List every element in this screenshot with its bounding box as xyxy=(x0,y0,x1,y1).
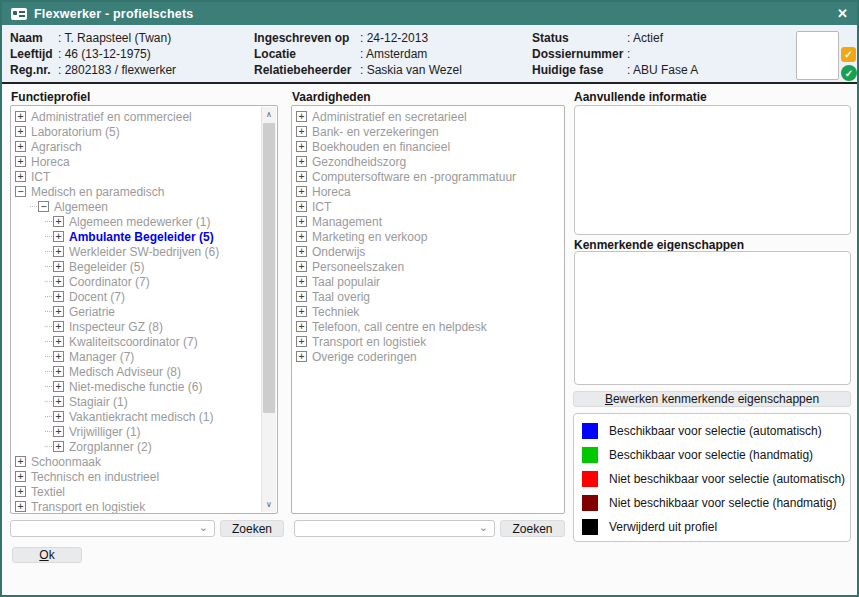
collapse-toggle-icon[interactable]: − xyxy=(15,186,26,197)
tree-item-label[interactable]: Docent (7) xyxy=(69,290,125,304)
tree-item-label[interactable]: Textiel xyxy=(31,485,65,499)
tree-item-label[interactable]: Marketing en verkoop xyxy=(312,230,427,244)
expand-toggle-icon[interactable]: + xyxy=(15,471,26,482)
tree-item[interactable]: +Taal overig xyxy=(295,289,562,304)
tree-item[interactable]: +Onderwijs xyxy=(295,244,562,259)
tree-item[interactable]: +Geriatrie xyxy=(14,304,260,319)
expand-toggle-icon[interactable]: + xyxy=(53,441,64,452)
tree-item-label[interactable]: Stagiair (1) xyxy=(69,395,128,409)
tree-item-label[interactable]: Telefoon, call centre en helpdesk xyxy=(312,320,487,334)
expand-toggle-icon[interactable]: + xyxy=(296,186,307,197)
expand-toggle-icon[interactable]: + xyxy=(53,351,64,362)
kenmerkende-eigenschappen-textarea[interactable] xyxy=(574,251,851,385)
tree-item-label[interactable]: Vrijwilliger (1) xyxy=(69,425,141,439)
expand-toggle-icon[interactable]: + xyxy=(296,261,307,272)
tree-item[interactable]: −Algemeen xyxy=(14,199,260,214)
tree-item-label[interactable]: Coordinator (7) xyxy=(69,275,150,289)
tree-item-label[interactable]: Administratief en secretarieel xyxy=(312,110,467,124)
tree-item[interactable]: +Textiel xyxy=(14,484,260,499)
tree-item[interactable]: +Telefoon, call centre en helpdesk xyxy=(295,319,562,334)
expand-toggle-icon[interactable]: + xyxy=(15,126,26,137)
tree-item[interactable]: +Horeca xyxy=(14,154,260,169)
ok-button[interactable]: Ok xyxy=(12,547,82,563)
tree-item[interactable]: +Docent (7) xyxy=(14,289,260,304)
vaardigheden-search-combobox[interactable]: ⌄ xyxy=(294,520,495,537)
scrollbar-thumb[interactable] xyxy=(263,123,275,413)
tree-item-label[interactable]: Niet-medische functie (6) xyxy=(69,380,202,394)
tree-item[interactable]: +Computersoftware en -programmatuur xyxy=(295,169,562,184)
tree-item-label[interactable]: Ambulante Begeleider (5) xyxy=(69,230,214,244)
tree-item-label[interactable]: Algemeen medewerker (1) xyxy=(69,215,210,229)
expand-toggle-icon[interactable]: + xyxy=(296,246,307,257)
tree-item[interactable]: +Zorgplanner (2) xyxy=(14,439,260,454)
tree-item-label[interactable]: Techniek xyxy=(312,305,359,319)
tree-item-label[interactable]: Horeca xyxy=(31,155,70,169)
expand-toggle-icon[interactable]: + xyxy=(296,291,307,302)
tree-item[interactable]: +Gezondheidszorg xyxy=(295,154,562,169)
tree-item-label[interactable]: Werkleider SW-bedrijven (6) xyxy=(69,245,219,259)
tree-item-label[interactable]: Overige coderingen xyxy=(312,350,417,364)
tree-item[interactable]: +Techniek xyxy=(295,304,562,319)
bewerken-kenmerkende-eigenschappen-button[interactable]: Bewerken kenmerkende eigenschappen xyxy=(573,391,851,407)
expand-toggle-icon[interactable]: + xyxy=(296,126,307,137)
tree-item-label[interactable]: Gezondheidszorg xyxy=(312,155,406,169)
expand-toggle-icon[interactable]: + xyxy=(53,216,64,227)
expand-toggle-icon[interactable]: + xyxy=(15,456,26,467)
tree-item[interactable]: +Stagiair (1) xyxy=(14,394,260,409)
expand-toggle-icon[interactable]: + xyxy=(15,501,26,512)
expand-toggle-icon[interactable]: + xyxy=(53,366,64,377)
expand-toggle-icon[interactable]: + xyxy=(53,276,64,287)
tree-item[interactable]: +Agrarisch xyxy=(14,139,260,154)
tree-item[interactable]: +Medisch Adviseur (8) xyxy=(14,364,260,379)
expand-toggle-icon[interactable]: + xyxy=(296,351,307,362)
tree-item-label[interactable]: Horeca xyxy=(312,185,351,199)
expand-toggle-icon[interactable]: + xyxy=(53,321,64,332)
tree-item[interactable]: +Schoonmaak xyxy=(14,454,260,469)
tree-item-label[interactable]: Geriatrie xyxy=(69,305,115,319)
tree-item[interactable]: +ICT xyxy=(14,169,260,184)
expand-toggle-icon[interactable]: + xyxy=(296,321,307,332)
tree-item-label[interactable]: Algemeen xyxy=(54,200,108,214)
tree-item[interactable]: +Coordinator (7) xyxy=(14,274,260,289)
tree-item-label[interactable]: Administratief en commercieel xyxy=(31,110,192,124)
tree-item[interactable]: +Kwaliteitscoordinator (7) xyxy=(14,334,260,349)
expand-toggle-icon[interactable]: + xyxy=(15,486,26,497)
functieprofiel-search-combobox[interactable]: ⌄ xyxy=(10,520,215,537)
tree-item-label[interactable]: Inspecteur GZ (8) xyxy=(69,320,163,334)
scroll-up-icon[interactable]: ∧ xyxy=(262,107,276,122)
tree-item[interactable]: +Manager (7) xyxy=(14,349,260,364)
tree-item[interactable]: +Administratief en commercieel xyxy=(14,109,260,124)
expand-toggle-icon[interactable]: + xyxy=(53,336,64,347)
tree-item-label[interactable]: Zorgplanner (2) xyxy=(69,440,152,454)
expand-toggle-icon[interactable]: + xyxy=(296,156,307,167)
expand-toggle-icon[interactable]: + xyxy=(15,111,26,122)
tree-item[interactable]: +Personeelszaken xyxy=(295,259,562,274)
tree-item-label[interactable]: Computersoftware en -programmatuur xyxy=(312,170,516,184)
expand-toggle-icon[interactable]: + xyxy=(296,336,307,347)
tree-item-label[interactable]: Medisch en paramedisch xyxy=(31,185,164,199)
expand-toggle-icon[interactable]: + xyxy=(53,411,64,422)
expand-toggle-icon[interactable]: + xyxy=(296,111,307,122)
tree-item[interactable]: +Management xyxy=(295,214,562,229)
tree-item-label[interactable]: Taal populair xyxy=(312,275,380,289)
expand-toggle-icon[interactable]: + xyxy=(296,231,307,242)
expand-toggle-icon[interactable]: + xyxy=(296,306,307,317)
collapse-toggle-icon[interactable]: − xyxy=(38,201,49,212)
expand-toggle-icon[interactable]: + xyxy=(296,141,307,152)
tree-item-label[interactable]: Schoonmaak xyxy=(31,455,101,469)
tree-item-label[interactable]: Manager (7) xyxy=(69,350,134,364)
expand-toggle-icon[interactable]: + xyxy=(296,276,307,287)
expand-toggle-icon[interactable]: + xyxy=(53,396,64,407)
tree-item[interactable]: +Taal populair xyxy=(295,274,562,289)
tree-item[interactable]: +Transport en logistiek xyxy=(295,334,562,349)
tree-item-label[interactable]: Vakantiekracht medisch (1) xyxy=(69,410,214,424)
expand-toggle-icon[interactable]: + xyxy=(53,231,64,242)
expand-toggle-icon[interactable]: + xyxy=(15,141,26,152)
expand-toggle-icon[interactable]: + xyxy=(15,156,26,167)
tree-item-label[interactable]: Onderwijs xyxy=(312,245,365,259)
tree-item-label[interactable]: Boekhouden en financieel xyxy=(312,140,450,154)
tree-item[interactable]: +Bank- en verzekeringen xyxy=(295,124,562,139)
aanvullende-informatie-textarea[interactable] xyxy=(574,105,851,235)
tree-item-label[interactable]: Laboratorium (5) xyxy=(31,125,120,139)
tree-item[interactable]: +Begeleider (5) xyxy=(14,259,260,274)
